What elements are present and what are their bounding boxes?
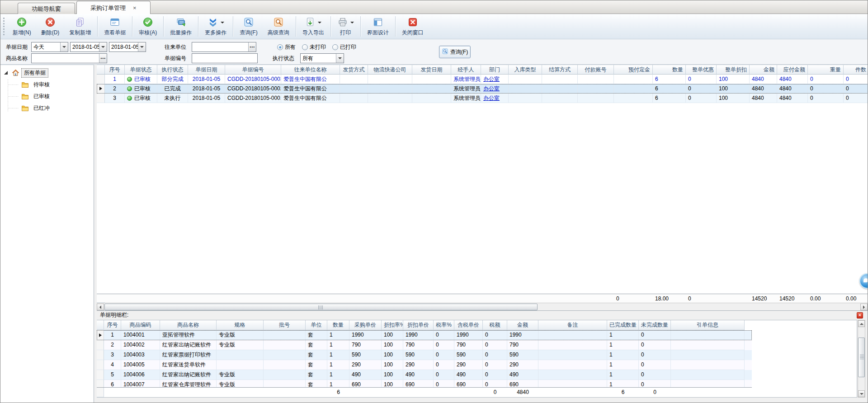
scroll-down-icon[interactable]	[858, 390, 865, 397]
tree-item-已红冲[interactable]: 已红冲	[0, 102, 94, 114]
column-header-batch[interactable]: 批号	[264, 320, 306, 330]
toolbar-button-approve[interactable]: 审核(A)	[134, 14, 162, 39]
ellipsis-button[interactable]: ⋯	[248, 42, 256, 52]
column-header-qty[interactable]: 数量	[327, 320, 349, 330]
column-header-trate[interactable]: 税率%	[434, 320, 454, 330]
order-row[interactable]: 2已审核已完成2018-01-05CGDD-20180105-0002爱普生中国…	[97, 84, 868, 94]
column-header-code[interactable]: 商品编码	[121, 320, 160, 330]
toolbar-button-copy-new[interactable]: 复制新增	[64, 14, 96, 39]
scroll-up-icon[interactable]	[858, 320, 865, 327]
horizontal-scrollbar-thumb[interactable]	[104, 304, 538, 310]
toolbar-button-new[interactable]: 新增(N)	[8, 14, 36, 39]
tree-expand-icon[interactable]	[4, 71, 8, 75]
docno-input[interactable]	[192, 54, 257, 63]
toolbar-button-adv-query[interactable]: 高级查询	[263, 14, 294, 39]
column-header-discount[interactable]: 整单优惠	[686, 65, 717, 75]
column-header-settle[interactable]: 结算方式	[542, 65, 578, 75]
column-header-seq[interactable]: 序号	[104, 320, 121, 330]
column-header-tprice[interactable]: 含税单价	[454, 320, 483, 330]
date-from-combo[interactable]: 2018-01-05	[70, 42, 107, 52]
radio-未打印[interactable]: 未打印	[302, 43, 326, 51]
orders-grid-header: 序号单据状态执行状态单据日期单据编号往来单位名称发货方式物流快递公司发货日期经手…	[97, 65, 868, 75]
toolbar-button-ui-design[interactable]: 界面设计	[362, 14, 394, 39]
order-row[interactable]: 3已审核未执行2018-01-05CGDD-20180105-0001爱普生中国…	[97, 94, 868, 103]
toolbar-button-batch[interactable]: 批量操作	[165, 14, 197, 39]
column-header-docno[interactable]: 单据编号	[225, 65, 281, 75]
scroll-left-icon[interactable]	[97, 304, 104, 310]
vertical-scrollbar-thumb[interactable]	[858, 337, 865, 377]
detail-row[interactable]: 51004006红管家出纳记账软件专业版套1490100490049004901…	[97, 370, 752, 380]
column-header-name[interactable]: 商品名称	[160, 320, 217, 330]
column-header-dept[interactable]: 部门	[481, 65, 509, 75]
detail-row[interactable]: 31004003红管家票据打印软件套15901005900590059010	[97, 350, 752, 360]
column-header-ref[interactable]: 引单信息	[671, 320, 745, 330]
chevron-down-icon[interactable]	[99, 42, 107, 52]
chevron-down-icon[interactable]	[138, 42, 146, 52]
date-preset-combo[interactable]: 今天	[31, 42, 68, 52]
column-header-shipdate[interactable]: 发货日期	[412, 65, 451, 75]
column-header-vendor[interactable]: 往来单位名称	[281, 65, 340, 75]
date-to-combo[interactable]: 2018-01-05	[109, 42, 146, 52]
radio-所有[interactable]: 所有	[277, 43, 296, 51]
column-header-dprice[interactable]: 折扣单价	[403, 320, 434, 330]
dropdown-caret-icon[interactable]	[318, 22, 321, 25]
column-header-amount[interactable]: 金额	[507, 320, 538, 330]
column-header-status[interactable]: 单据状态	[125, 65, 157, 75]
column-header-logistics[interactable]: 物流快递公司	[368, 65, 412, 75]
column-header-drate[interactable]: 折扣率%	[382, 320, 403, 330]
horizontal-scrollbar[interactable]	[97, 303, 868, 310]
product-input[interactable]	[32, 54, 99, 63]
vendor-input[interactable]	[192, 42, 248, 52]
detail-close-button[interactable]: ×	[857, 312, 863, 319]
radio-已打印[interactable]: 已打印	[332, 43, 356, 51]
tab-function-nav[interactable]: 功能导航窗	[18, 3, 75, 14]
column-header-handler[interactable]: 经手人	[451, 65, 481, 75]
column-header-undone[interactable]: 未完成数量	[639, 320, 671, 330]
column-header-done[interactable]: 已完成数量	[607, 320, 639, 330]
dropdown-caret-icon[interactable]	[350, 22, 354, 25]
tab-close-icon[interactable]: ×	[133, 5, 137, 11]
order-row[interactable]: 1已审核部分完成2018-01-05CGDD-20180105-0003爱普生中…	[97, 75, 868, 84]
toolbar-button-import-export[interactable]: 导入导出	[297, 14, 329, 39]
column-header-storage[interactable]: 入库类型	[509, 65, 542, 75]
column-header-ship[interactable]: 发货方式	[340, 65, 368, 75]
query-button[interactable]: 查询(F)	[439, 46, 471, 58]
toolbar-button-view-doc[interactable]: 查看单据	[99, 14, 131, 39]
column-header-prepay[interactable]: 预付定金	[614, 65, 653, 75]
summary-status	[125, 294, 157, 303]
column-header-account[interactable]: 付款账号	[578, 65, 614, 75]
tree-root-all-documents[interactable]: 所有单据	[0, 67, 94, 79]
chevron-down-icon[interactable]	[60, 42, 68, 52]
dropdown-caret-icon[interactable]	[221, 22, 224, 25]
scroll-right-icon[interactable]	[860, 304, 868, 310]
toolbar-button-more[interactable]: 更多操作	[200, 14, 231, 39]
toolbar-button-close-window[interactable]: 关闭窗口	[397, 14, 429, 39]
column-header-payable[interactable]: 应付金额	[777, 65, 808, 75]
tree-item-已审核[interactable]: 已审核	[0, 90, 94, 102]
column-header-unit[interactable]: 单位	[306, 320, 327, 330]
column-header-pieces[interactable]: 件数	[844, 65, 868, 75]
column-header-date[interactable]: 单据日期	[188, 65, 225, 75]
column-header-seq[interactable]: 序号	[105, 65, 125, 75]
toolbar-button-print[interactable]: 打印	[332, 14, 359, 39]
column-header-price[interactable]: 采购单价	[349, 320, 382, 330]
tab-purchase-order[interactable]: 采购订单管理 ×	[76, 1, 151, 14]
column-header-weight[interactable]: 重量	[808, 65, 844, 75]
tree-item-待审核[interactable]: 待审核	[0, 79, 94, 90]
chevron-down-icon[interactable]	[336, 54, 344, 63]
column-header-spec[interactable]: 规格	[217, 320, 264, 330]
column-header-remark[interactable]: 备注	[538, 320, 607, 330]
vertical-scrollbar[interactable]	[858, 320, 865, 398]
column-header-tax[interactable]: 税额	[483, 320, 507, 330]
toolbar-button-delete[interactable]: 删除(D)	[36, 14, 65, 39]
toolbar-button-query[interactable]: 查询(F)	[235, 14, 262, 39]
detail-row[interactable]: 21004002红管家出纳记账软件专业版套1790100790079007901…	[97, 340, 752, 350]
detail-row[interactable]: 41004005红管家送货单软件套12901002900290029010	[97, 360, 752, 370]
column-header-qty[interactable]: 数量	[653, 65, 686, 75]
column-header-exec[interactable]: 执行状态	[157, 65, 188, 75]
detail-row[interactable]: 11004001亚拓管理软件专业版套1199010019900199001990…	[97, 330, 752, 340]
exec-status-combo[interactable]: 所有	[300, 53, 344, 63]
column-header-rate[interactable]: 整单折扣	[717, 65, 750, 75]
column-header-amount[interactable]: 金额	[750, 65, 777, 75]
ellipsis-button[interactable]: ⋯	[99, 54, 107, 63]
